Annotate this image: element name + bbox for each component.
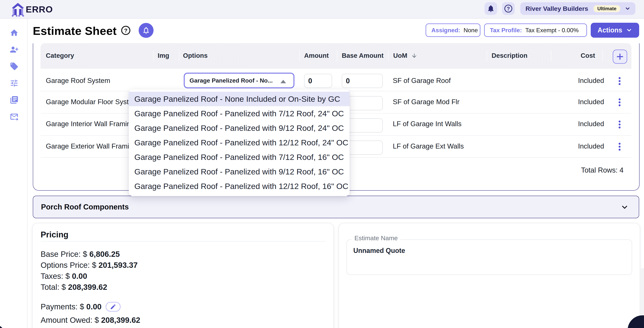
svg-text:?: ? [124, 28, 128, 34]
svg-text:?: ? [507, 6, 510, 12]
